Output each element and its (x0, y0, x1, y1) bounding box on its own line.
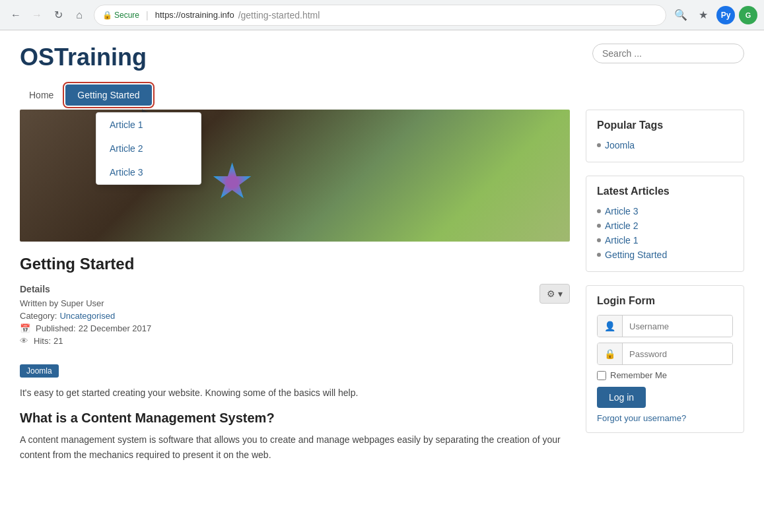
back-button[interactable]: ← (7, 6, 25, 24)
published-label: Published: (36, 323, 76, 333)
list-item-getting-started: Getting Started (597, 248, 733, 262)
reload-button[interactable]: ↻ (49, 6, 67, 24)
hits-label: Hits: (34, 336, 51, 346)
dropdown-menu: Article 1 Article 2 Article 3 (96, 112, 201, 185)
hits-count: 21 (53, 336, 63, 346)
dropdown-item-article3[interactable]: Article 3 (96, 160, 201, 184)
username-icon: 👤 (598, 316, 623, 337)
site-header: OSTraining (20, 44, 744, 71)
category-label: Category: (20, 311, 57, 321)
nav-wrapper: Home Getting Started ▶ Article 1 Article… (20, 84, 744, 106)
password-icon: 🔒 (598, 343, 623, 364)
secure-badge: 🔒 Secure (102, 11, 139, 20)
bookmark-button[interactable]: ★ (694, 6, 712, 24)
hits-row: 👁 Hits: 21 (20, 336, 570, 346)
profile-button[interactable]: Py (716, 6, 735, 24)
username-field-row: 👤 (597, 315, 733, 337)
remember-checkbox[interactable] (597, 371, 606, 380)
search-container (592, 44, 744, 63)
latest-article-link-1[interactable]: Article 1 (605, 235, 639, 246)
remember-label[interactable]: Remember Me (610, 370, 667, 380)
tag-link-joomla[interactable]: Joomla (605, 140, 635, 150)
url-domain: https://ostraining.info (155, 10, 234, 20)
search-input[interactable] (592, 44, 744, 63)
latest-articles-widget: Latest Articles Article 3 Article 2 Arti… (586, 176, 744, 272)
dropdown-item-article2[interactable]: Article 2 (96, 137, 201, 160)
forgot-username-link[interactable]: Forgot your username? (597, 413, 733, 423)
login-form-title: Login Form (597, 295, 733, 307)
search-button[interactable]: 🔍 (672, 6, 690, 24)
remember-me-row: Remember Me (597, 370, 733, 380)
list-item-article1: Article 1 (597, 233, 733, 248)
popular-tag-joomla: Joomla (597, 138, 733, 152)
lock-icon: 🔒 (102, 11, 112, 20)
gear-button[interactable]: ⚙ ▾ (539, 284, 570, 304)
url-separator: | (146, 10, 149, 20)
category-row: Category: Uncategorised (20, 311, 570, 321)
home-button[interactable]: ⌂ (70, 6, 88, 24)
latest-articles-list: Article 3 Article 2 Article 1 Getting St… (586, 204, 744, 271)
popular-tags-title: Popular Tags (586, 110, 744, 138)
login-button[interactable]: Log in (597, 387, 646, 408)
latest-articles-title: Latest Articles (586, 176, 744, 204)
browser-nav-buttons: ← → ↻ ⌂ (7, 6, 88, 24)
list-item-article2: Article 2 (597, 218, 733, 233)
published-row: 📅 Published: 22 December 2017 (20, 323, 570, 333)
forward-button[interactable]: → (28, 6, 46, 24)
toolbar-right: 🔍 ★ Py G (672, 6, 757, 24)
nav-bar: Home Getting Started ▶ (20, 84, 744, 106)
browser-chrome: ← → ↻ ⌂ 🔒 Secure | https://ostraining.in… (0, 0, 764, 30)
latest-article-link-2[interactable]: Article 2 (605, 220, 639, 231)
eye-icon: 👁 (20, 336, 28, 346)
details-section: ⚙ ▾ Details Written by Super User Catego… (20, 284, 570, 346)
latest-article-link-gs[interactable]: Getting Started (605, 249, 667, 260)
username-input[interactable] (623, 316, 733, 337)
list-item-article3: Article 3 (597, 204, 733, 218)
password-input[interactable] (623, 344, 733, 364)
details-label: Details (20, 284, 570, 294)
dropdown-item-article1[interactable]: Article 1 (96, 113, 201, 137)
address-bar[interactable]: 🔒 Secure | https://ostraining.info /gett… (94, 5, 666, 26)
nav-home[interactable]: Home (20, 84, 63, 106)
popular-tags-widget: Popular Tags Joomla (586, 110, 744, 162)
password-field-row: 🔒 (597, 343, 733, 365)
article-body: A content management system is software … (20, 432, 570, 462)
article-intro: It's easy to get started creating your w… (20, 385, 570, 400)
login-form-widget: Login Form 👤 🔒 Remember Me Log in Forgot… (586, 285, 744, 433)
bullet-dot (597, 238, 601, 242)
sidebar: Popular Tags Joomla Latest Articles Arti… (586, 110, 744, 462)
apps-button[interactable]: G (739, 6, 757, 24)
article-title: Getting Started (20, 255, 570, 273)
bullet-dot (597, 209, 601, 213)
tag-badge[interactable]: Joomla (20, 364, 59, 378)
bullet-dot (597, 253, 601, 257)
site-title: OSTraining (20, 44, 147, 71)
url-path: /getting-started.html (238, 10, 320, 20)
written-by-row: Written by Super User (20, 298, 539, 308)
latest-article-link-3[interactable]: Article 3 (605, 206, 639, 216)
published-date: 22 December 2017 (79, 323, 152, 333)
nav-getting-started[interactable]: Getting Started (65, 84, 151, 106)
secure-label: Secure (114, 11, 139, 20)
calendar-icon: 📅 (20, 323, 30, 333)
category-value[interactable]: Uncategorised (59, 311, 115, 321)
popular-tags-list: Joomla (586, 138, 744, 162)
written-by-text: Written by Super User (20, 298, 104, 308)
article-subtitle: What is a Content Management System? (20, 411, 570, 426)
bullet-dot (597, 224, 601, 228)
page-wrapper: OSTraining Home Getting Started ▶ Articl… (0, 30, 764, 475)
bullet-dot (597, 143, 601, 147)
